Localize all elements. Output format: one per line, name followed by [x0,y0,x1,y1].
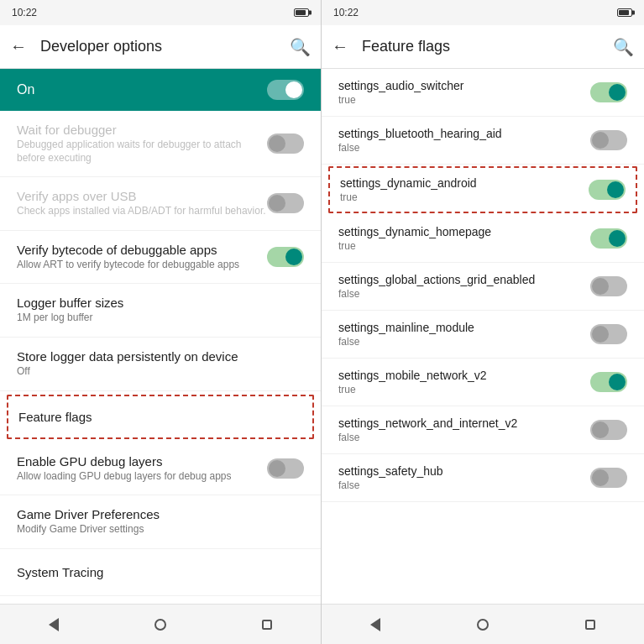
flag-network-internet-value: false [338,432,590,443]
right-home-nav-icon [477,619,489,631]
flag-network-internet[interactable]: settings_network_and_internet_v2 false [322,406,644,454]
flag-global-actions-name: settings_global_actions_grid_enabled [338,273,590,286]
flag-bluetooth-hearing[interactable]: settings_bluetooth_hearing_aid false [322,117,644,165]
toggle-audio-switcher[interactable] [590,82,627,102]
right-recent-nav-icon [585,620,595,630]
flag-global-actions[interactable]: settings_global_actions_grid_enabled fal… [322,263,644,311]
flag-mobile-network-text: settings_mobile_network_v2 true [338,369,590,395]
flag-dynamic-android-text: settings_dynamic_android true [340,176,589,203]
setting-game-driver-title: Game Driver Preferences [17,507,304,521]
flag-network-internet-text: settings_network_and_internet_v2 false [338,416,590,443]
right-back-nav[interactable] [359,608,392,641]
setting-logger-buffer-text: Logger buffer sizes 1M per log buffer [17,296,304,325]
setting-system-tracing-text: System Tracing [17,565,304,579]
right-time: 10:22 [333,7,359,18]
flag-dynamic-homepage-name: settings_dynamic_homepage [338,225,590,238]
right-page-title: Feature flags [362,38,613,55]
setting-store-logger-title: Store logger data persistently on device [17,349,304,364]
setting-verify-apps-desc: Check apps installed via ADB/ADT for har… [17,205,267,218]
back-nav-icon [49,618,59,631]
flag-mainline-module-name: settings_mainline_module [338,321,590,334]
feature-flags-item[interactable]: Feature flags [7,395,314,439]
flag-network-internet-name: settings_network_and_internet_v2 [338,416,590,430]
setting-logger-buffer[interactable]: Logger buffer sizes 1M per log buffer [0,284,321,338]
flag-dynamic-homepage-value: true [338,240,590,252]
flag-bluetooth-hearing-text: settings_bluetooth_hearing_aid false [338,127,590,154]
toggle-mainline-module[interactable] [590,324,627,344]
right-search-button[interactable]: 🔍 [613,37,634,57]
flag-audio-switcher[interactable]: settings_audio_switcher true [322,69,644,117]
on-toggle-row[interactable]: On [0,69,321,111]
setting-system-tracing[interactable]: System Tracing [0,549,321,596]
left-back-nav[interactable] [37,608,71,641]
toggle-verify-apps[interactable] [267,193,304,213]
setting-verify-bytecode-text: Verify bytecode of debuggable apps Allow… [17,243,267,272]
setting-gpu-debug[interactable]: Enable GPU debug layers Allow loading GP… [0,442,321,496]
flag-global-actions-value: false [338,288,590,300]
toggle-dynamic-homepage[interactable] [590,228,627,249]
left-search-button[interactable]: 🔍 [290,37,311,57]
flag-mobile-network-value: true [338,384,590,395]
right-recent-nav[interactable] [573,608,607,641]
left-panel: 10:22 ← Developer options 🔍 On Wait for … [0,0,322,644]
left-recent-nav[interactable] [250,608,284,641]
right-back-nav-icon [370,618,380,631]
left-status-bar: 10:22 [0,0,321,25]
flag-dynamic-android-name: settings_dynamic_android [340,176,589,190]
flag-dynamic-android[interactable]: settings_dynamic_android true [328,166,637,213]
setting-game-driver-desc: Modify Game Driver settings [17,523,304,537]
setting-logger-buffer-desc: 1M per log buffer [17,312,304,325]
toggle-gpu-debug[interactable] [267,458,304,479]
left-home-nav[interactable] [144,608,177,641]
setting-verify-apps-text: Verify apps over USB Check apps installe… [17,189,267,218]
right-back-button[interactable]: ← [332,37,348,56]
flag-audio-switcher-value: true [338,94,590,106]
right-nav-bar [322,604,644,644]
on-toggle-knob [285,81,302,98]
setting-game-driver[interactable]: Game Driver Preferences Modify Game Driv… [0,495,321,549]
flag-bluetooth-hearing-value: false [338,142,590,154]
left-back-button[interactable]: ← [10,37,27,56]
feature-flags-label: Feature flags [18,410,92,424]
flag-bluetooth-hearing-name: settings_bluetooth_hearing_aid [338,127,590,140]
flag-mobile-network[interactable]: settings_mobile_network_v2 true [322,359,644,406]
setting-gpu-debug-desc: Allow loading GPU debug layers for debug… [17,470,267,484]
setting-verify-bytecode-desc: Allow ART to verify bytecode for debugga… [17,259,267,272]
setting-verify-bytecode[interactable]: Verify bytecode of debuggable apps Allow… [0,231,321,285]
toggle-verify-bytecode[interactable] [267,247,304,267]
flag-global-actions-text: settings_global_actions_grid_enabled fal… [338,273,590,300]
left-time: 10:22 [12,7,37,18]
toggle-mobile-network[interactable] [590,372,627,392]
setting-verify-apps[interactable]: Verify apps over USB Check apps installe… [0,177,321,231]
setting-verify-bytecode-title: Verify bytecode of debuggable apps [17,243,267,257]
toggle-network-internet[interactable] [590,420,627,440]
flag-audio-switcher-text: settings_audio_switcher true [338,79,590,106]
flag-dynamic-homepage-text: settings_dynamic_homepage true [338,225,590,252]
flag-dynamic-android-value: true [340,191,589,203]
toggle-bluetooth-hearing[interactable] [590,130,627,150]
flag-dynamic-homepage[interactable]: settings_dynamic_homepage true [322,215,644,263]
right-battery-icon [617,8,632,17]
setting-store-logger-desc: Off [17,365,304,379]
right-top-bar: ← Feature flags 🔍 [322,25,644,69]
flag-safety-hub-value: false [338,479,590,491]
toggle-dynamic-android[interactable] [589,180,626,200]
setting-logger-buffer-title: Logger buffer sizes [17,296,304,310]
right-status-bar: 10:22 [322,0,644,25]
toggle-global-actions[interactable] [590,276,627,296]
setting-store-logger-text: Store logger data persistently on device… [17,349,304,379]
toggle-wait-debugger[interactable] [267,134,304,154]
setting-store-logger[interactable]: Store logger data persistently on device… [0,338,321,391]
flags-list: settings_audio_switcher true settings_bl… [322,69,644,604]
setting-wait-debugger[interactable]: Wait for debugger Debugged application w… [0,111,321,177]
setting-system-tracing-title: System Tracing [17,565,304,579]
on-toggle[interactable] [267,80,304,100]
toggle-safety-hub[interactable] [590,468,627,488]
left-battery-icon [294,8,309,17]
flag-safety-hub-name: settings_safety_hub [338,464,590,478]
flag-mainline-module[interactable]: settings_mainline_module false [322,311,644,359]
flag-safety-hub[interactable]: settings_safety_hub false [322,454,644,502]
home-nav-icon [154,619,166,631]
on-label: On [17,82,34,97]
right-home-nav[interactable] [466,608,500,641]
